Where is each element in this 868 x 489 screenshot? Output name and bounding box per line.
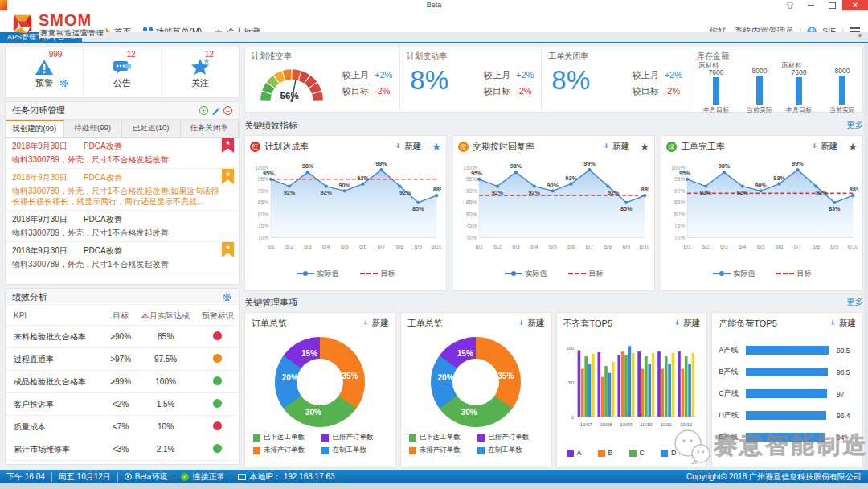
theme-icon[interactable]: [780, 0, 800, 10]
svg-text:70%: 70%: [674, 235, 686, 240]
legend-target[interactable]: 目标: [776, 269, 812, 279]
slice-label: 20%: [438, 373, 454, 382]
task-desc: 物料3300789，外壳，尺寸1不合格发起改善: [12, 228, 232, 238]
svg-text:90%: 90%: [338, 182, 350, 189]
kpi-table-row[interactable]: 来料检验批次合格率>90%85%: [6, 326, 239, 348]
legend-actual[interactable]: 实际值: [505, 269, 547, 279]
kpi-table-row[interactable]: 成品检验批次合格率>99%100%: [6, 371, 239, 393]
legend-item[interactable]: D: [661, 449, 677, 457]
donut-card: 工单总览+ 新建35%30%20%15%已下达工单数已排产订单数未排产订单数在制…: [400, 312, 552, 468]
kpi-table-row[interactable]: 过程直通率>97%97.5%: [6, 348, 239, 371]
kpi-table-row[interactable]: 客户投诉率<2%1.5%: [6, 393, 239, 416]
svg-text:6/7: 6/7: [378, 244, 386, 249]
more-link[interactable]: 更多: [846, 120, 863, 131]
compare-label: 较目标: [484, 86, 510, 96]
legend-line-icon: [713, 273, 731, 274]
task-list-item[interactable]: 2018年9月30日PDCA改善物料3300789，外壳，尺寸1不合格发起改善★: [6, 138, 239, 169]
task-tab[interactable]: 待处理(99): [64, 120, 123, 137]
kpi-table: KPI 目标 本月实际达成 预警标识 来料检验批次合格率>90%85%过程直通率…: [6, 306, 239, 465]
legend-item[interactable]: 在制工单数: [477, 446, 542, 455]
hbar-row[interactable]: E产线94: [719, 432, 856, 442]
favorite-star-icon[interactable]: ★: [848, 142, 858, 152]
legend-item[interactable]: C: [629, 449, 645, 457]
edit-pencil-icon[interactable]: [211, 106, 220, 115]
task-category: PDCA改善: [84, 172, 122, 183]
slice-label: 30%: [461, 408, 477, 417]
legend-actual[interactable]: 实际值: [297, 269, 339, 279]
svg-text:85%: 85%: [412, 206, 424, 213]
kpi-table-row[interactable]: 改善关闭率<2%1.5%: [6, 461, 239, 466]
legend-item[interactable]: 在制工单数: [321, 446, 387, 455]
svg-text:6/9: 6/9: [831, 244, 839, 249]
svg-text:6/7: 6/7: [794, 244, 802, 249]
new-button[interactable]: + 新建: [674, 318, 700, 329]
task-tab[interactable]: 任务关闭率: [181, 120, 240, 137]
legend-item[interactable]: 已排产订单数: [321, 433, 387, 442]
hbar-row[interactable]: D产线96.4: [719, 410, 856, 421]
legend-item[interactable]: 未排产订单数: [253, 446, 318, 455]
quickstat-announcements[interactable]: 12 公告: [84, 47, 162, 97]
minimize-button[interactable]: [800, 0, 821, 10]
status-dot-green: [213, 376, 222, 385]
task-tab[interactable]: 已延迟(10): [122, 120, 181, 137]
task-list-item[interactable]: 2018年9月30日PDCA改善物料3300789，外壳，尺寸1不合格发起改善★: [6, 242, 239, 273]
hbar-row[interactable]: C产线97: [719, 388, 856, 399]
legend-dash-icon: [776, 273, 794, 274]
new-button[interactable]: + 新建: [812, 141, 837, 152]
task-tab[interactable]: 我创建的(99): [6, 120, 64, 137]
svg-text:6/8: 6/8: [396, 244, 404, 249]
hbar-bar: [746, 346, 829, 355]
performance-gear-icon[interactable]: [222, 292, 232, 302]
svg-text:10/09: 10/09: [620, 422, 633, 427]
hbar-row[interactable]: B产线98.5: [719, 367, 856, 377]
remove-task-icon[interactable]: −: [223, 106, 232, 115]
svg-text:75%: 75%: [466, 223, 477, 228]
alerts-gear-icon[interactable]: [59, 77, 69, 92]
new-button[interactable]: + 新建: [363, 318, 389, 329]
bar-label: 本月目标: [703, 105, 729, 114]
new-button[interactable]: + 新建: [830, 318, 856, 329]
maximize-button[interactable]: [821, 0, 842, 10]
legend-item[interactable]: B: [598, 449, 613, 457]
legend-item[interactable]: 未排产订单数: [409, 446, 474, 455]
quickstat-follows[interactable]: 12 关注: [162, 47, 239, 97]
tab-overflow-caret-icon[interactable]: ▼: [857, 32, 863, 39]
legend-actual[interactable]: 实际值: [713, 269, 755, 279]
legend-item[interactable]: 已排产订单数: [477, 433, 542, 442]
kpi-name: 累计市场维修率: [6, 438, 107, 461]
svg-text:99%: 99%: [792, 160, 804, 167]
col-actual: 本月实际达成: [134, 306, 196, 326]
close-button[interactable]: ×: [842, 0, 868, 10]
legend-item[interactable]: 已下达工单数: [253, 433, 318, 442]
kpi-table-row[interactable]: 质量成本<7%10%: [6, 416, 239, 438]
svg-text:6/5: 6/5: [757, 244, 765, 249]
task-list-item[interactable]: 2018年9月30日PDCA改善物料3300789，外壳，尺寸1不合格发起改善: [6, 211, 239, 242]
legend-target[interactable]: 目标: [360, 269, 395, 279]
new-button[interactable]: + 新建: [604, 141, 629, 152]
chart-title: 计划达成率: [264, 141, 309, 153]
svg-text:6/10: 6/10: [848, 244, 858, 249]
hbar-bar: [746, 389, 826, 398]
add-task-icon[interactable]: +: [199, 106, 208, 115]
more-link[interactable]: 更多: [846, 297, 863, 308]
new-button[interactable]: + 新建: [395, 141, 421, 152]
donut-title: 工单总览: [407, 318, 443, 330]
new-button[interactable]: + 新建: [518, 318, 544, 329]
donut-legend: 已下达工单数已排产订单数未排产订单数在制工单数: [252, 433, 389, 455]
kpi-table-row[interactable]: 累计市场维修率<3%2.1%: [6, 438, 239, 461]
favorite-star-icon[interactable]: ★: [640, 142, 649, 152]
chart-badge-icon: 绿: [666, 142, 677, 152]
task-list-item[interactable]: 2018年9月30日PDCA改善物料3300789，外壳，尺寸1不合格发起改善,…: [6, 169, 239, 211]
legend-swatch: [567, 450, 574, 457]
grouped-bar-title: 不齐套TOP5: [563, 318, 613, 330]
favorite-star-icon[interactable]: ★: [432, 142, 441, 152]
hbar-rows: A产线99.5B产线98.5C产线97D产线96.4E产线94: [719, 345, 856, 442]
quickstat-alerts[interactable]: 999 预警: [6, 47, 84, 97]
hbar-row[interactable]: A产线99.5: [719, 345, 856, 355]
scrollbar[interactable]: [864, 43, 868, 470]
status-date: 周五 10月12日: [52, 472, 118, 482]
compare-value: -2%: [665, 86, 681, 96]
legend-item[interactable]: 已下达工单数: [409, 433, 474, 442]
legend-target[interactable]: 目标: [568, 269, 604, 279]
legend-item[interactable]: A: [567, 449, 582, 457]
